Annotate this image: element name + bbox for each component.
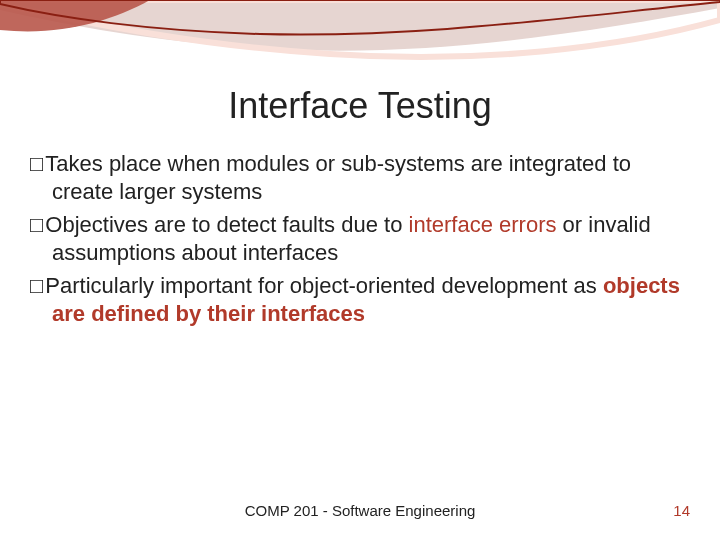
bullet-item: Objectives are to detect faults due to i… <box>30 211 690 266</box>
bullet-text: Takes place when modules or sub-systems … <box>45 151 631 204</box>
slide-body: Takes place when modules or sub-systems … <box>30 150 690 333</box>
decorative-swoosh <box>0 0 720 80</box>
bullet-text: Particularly important for object-orient… <box>45 273 603 298</box>
bullet-text: Objectives are to detect faults due to <box>45 212 408 237</box>
slide-title: Interface Testing <box>0 85 720 127</box>
footer-center-text: COMP 201 - Software Engineering <box>0 502 720 519</box>
slide-container: Interface Testing Takes place when modul… <box>0 0 720 540</box>
page-number: 14 <box>673 502 690 519</box>
bullet-accent-text: interface errors <box>409 212 557 237</box>
bullet-item: Takes place when modules or sub-systems … <box>30 150 690 205</box>
slide-footer: COMP 201 - Software Engineering 14 <box>0 502 720 522</box>
bullet-item: Particularly important for object-orient… <box>30 272 690 327</box>
